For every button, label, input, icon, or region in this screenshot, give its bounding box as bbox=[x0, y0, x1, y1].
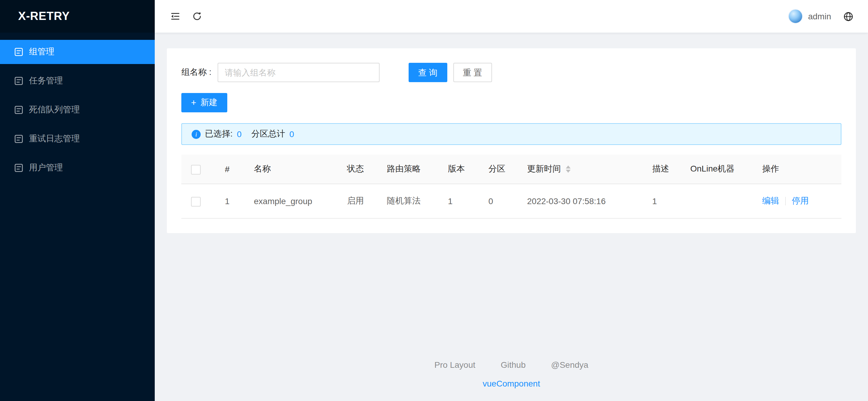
app-window: X-RETRY 组管理 任务管理 死信队列管理 bbox=[0, 0, 868, 401]
group-management-card: 组名称 : 查 询 重 置 + 新建 i 已选择: 0 分区总计 0 bbox=[167, 48, 856, 233]
content-area: 组名称 : 查 询 重 置 + 新建 i 已选择: 0 分区总计 0 bbox=[155, 33, 868, 401]
profile-icon bbox=[14, 48, 23, 56]
cell-online-machines bbox=[681, 184, 752, 218]
groups-table: # 名称 状态 路由策略 版本 分区 更新时间 描述 OnLine机器 操作 bbox=[181, 155, 841, 219]
footer-copyright[interactable]: vueComponent bbox=[483, 379, 540, 388]
column-header-route-strategy: 路由策略 bbox=[377, 155, 438, 184]
caret-up-icon bbox=[566, 166, 570, 169]
cell-description: 1 bbox=[643, 184, 681, 218]
new-button-label: 新建 bbox=[201, 97, 218, 108]
selection-alert: i 已选择: 0 分区总计 0 bbox=[181, 123, 841, 145]
group-name-label: 组名称 : bbox=[181, 67, 212, 78]
sidebar-item-group-management[interactable]: 组管理 bbox=[0, 40, 155, 64]
selected-label: 已选择: bbox=[205, 129, 233, 139]
footer-copyright-row: vueComponent bbox=[167, 379, 856, 388]
page-footer: Pro Layout Github @Sendya vueComponent bbox=[167, 360, 856, 398]
user-menu[interactable]: admin bbox=[782, 0, 837, 33]
sidebar-item-user-management[interactable]: 用户管理 bbox=[0, 156, 155, 180]
column-header-version: 版本 bbox=[438, 155, 479, 184]
reload-icon[interactable] bbox=[186, 0, 208, 33]
edit-link[interactable]: 编辑 bbox=[762, 196, 779, 205]
column-header-online-machines: OnLine机器 bbox=[681, 155, 752, 184]
cell-status: 启用 bbox=[337, 184, 377, 218]
profile-icon bbox=[14, 135, 23, 143]
column-header-update-time: 更新时间 bbox=[518, 155, 643, 184]
sidebar-item-label: 用户管理 bbox=[29, 162, 63, 173]
cell-partition: 0 bbox=[479, 184, 518, 218]
sidebar-item-task-management[interactable]: 任务管理 bbox=[0, 69, 155, 93]
column-header-actions: 操作 bbox=[752, 155, 841, 184]
table-toolbar: + 新建 bbox=[181, 93, 841, 112]
column-header-partition: 分区 bbox=[479, 155, 518, 184]
menu-fold-icon[interactable] bbox=[164, 0, 186, 33]
top-header: admin bbox=[155, 0, 868, 33]
partition-total-label: 分区总计 bbox=[251, 129, 285, 139]
new-button[interactable]: + 新建 bbox=[181, 93, 227, 112]
update-time-label: 更新时间 bbox=[527, 164, 561, 173]
column-header-index: # bbox=[215, 155, 244, 184]
app-logo: X-RETRY bbox=[0, 0, 155, 33]
action-divider bbox=[785, 197, 786, 206]
sidebar-item-label: 重试日志管理 bbox=[29, 133, 80, 144]
reset-button[interactable]: 重 置 bbox=[453, 63, 492, 82]
select-all-checkbox[interactable] bbox=[191, 165, 201, 174]
caret-down-icon bbox=[566, 170, 570, 173]
sidebar-item-dead-letter-queue-management[interactable]: 死信队列管理 bbox=[0, 98, 155, 122]
sort-caret-icon[interactable] bbox=[566, 166, 570, 173]
footer-link-github[interactable]: Github bbox=[501, 360, 526, 370]
query-button[interactable]: 查 询 bbox=[409, 63, 447, 82]
sidebar-item-label: 组管理 bbox=[29, 46, 54, 57]
sidebar-item-label: 死信队列管理 bbox=[29, 104, 80, 115]
column-header-name: 名称 bbox=[244, 155, 337, 184]
table-header-row: # 名称 状态 路由策略 版本 分区 更新时间 描述 OnLine机器 操作 bbox=[181, 155, 841, 184]
footer-links: Pro Layout Github @Sendya bbox=[167, 360, 856, 370]
disable-link[interactable]: 停用 bbox=[792, 196, 809, 205]
column-header-select bbox=[181, 155, 215, 184]
row-checkbox[interactable] bbox=[191, 197, 201, 206]
cell-route-strategy: 随机算法 bbox=[377, 184, 438, 218]
search-form: 组名称 : 查 询 重 置 bbox=[181, 63, 841, 82]
sidebar-item-retry-log-management[interactable]: 重试日志管理 bbox=[0, 127, 155, 151]
cell-version: 1 bbox=[438, 184, 479, 218]
column-header-description: 描述 bbox=[643, 155, 681, 184]
plus-icon: + bbox=[191, 98, 196, 107]
cell-update-time: 2022-03-30 07:58:16 bbox=[518, 184, 643, 218]
sidebar: X-RETRY 组管理 任务管理 死信队列管理 bbox=[0, 0, 155, 401]
column-header-status: 状态 bbox=[337, 155, 377, 184]
cell-index: 1 bbox=[215, 184, 244, 218]
profile-icon bbox=[14, 77, 23, 85]
cell-actions: 编辑停用 bbox=[752, 184, 841, 218]
profile-icon bbox=[14, 106, 23, 114]
footer-link-prolayout[interactable]: Pro Layout bbox=[434, 360, 475, 370]
username: admin bbox=[808, 11, 831, 21]
info-icon: i bbox=[192, 130, 201, 139]
avatar bbox=[788, 9, 803, 24]
sidebar-menu: 组管理 任务管理 死信队列管理 重试日志管理 bbox=[0, 33, 155, 185]
cell-select bbox=[181, 184, 215, 218]
sidebar-item-label: 任务管理 bbox=[29, 75, 63, 86]
cell-name: example_group bbox=[244, 184, 337, 218]
main-area: admin 组名称 : 查 询 重 置 + 新建 bbox=[155, 0, 868, 401]
group-name-input[interactable] bbox=[218, 63, 380, 82]
language-globe-icon[interactable] bbox=[837, 0, 860, 33]
profile-icon bbox=[14, 164, 23, 172]
selected-count: 0 bbox=[237, 129, 242, 139]
table-row: 1 example_group 启用 随机算法 1 0 2022-03-30 0… bbox=[181, 184, 841, 218]
footer-link-sendya[interactable]: @Sendya bbox=[551, 360, 588, 370]
partition-total-count: 0 bbox=[289, 129, 294, 139]
app-title: X-RETRY bbox=[18, 10, 70, 23]
